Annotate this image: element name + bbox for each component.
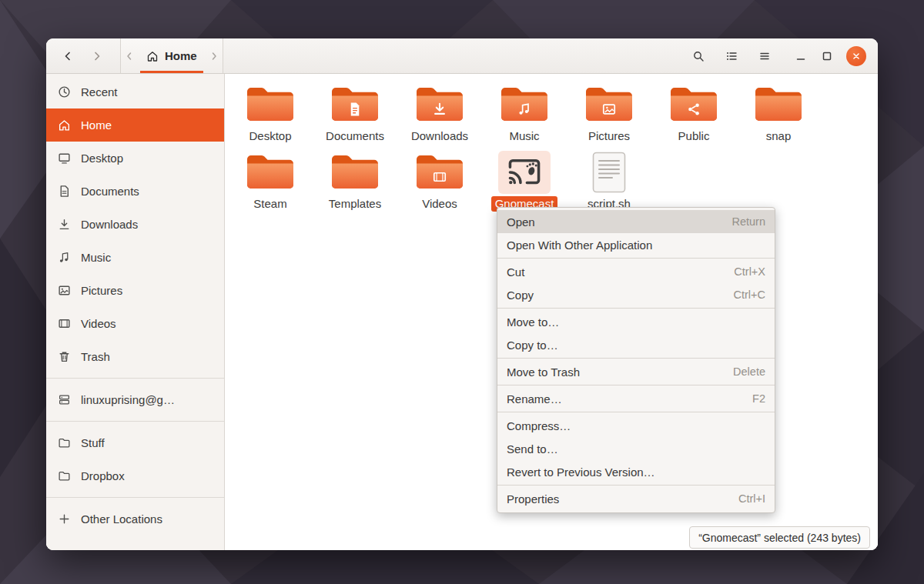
menu-separator xyxy=(497,308,775,309)
picture-emblem-icon xyxy=(601,101,618,117)
menu-item-copy[interactable]: CopyCtrl+C xyxy=(497,283,775,306)
clock-icon xyxy=(58,85,71,98)
folder-outline-icon xyxy=(58,469,71,482)
menu-item-label: Revert to Previous Version… xyxy=(507,466,655,479)
sidebar-item-label: Music xyxy=(81,251,111,264)
path-tab-home[interactable]: Home xyxy=(136,38,207,73)
path-scroll-right-icon[interactable] xyxy=(207,50,221,62)
file-item-documents[interactable]: Documents xyxy=(313,83,397,151)
forward-button[interactable] xyxy=(86,45,108,67)
maximize-button[interactable] xyxy=(820,49,833,62)
sidebar-item-home[interactable]: Home xyxy=(46,108,224,142)
music-emblem-icon xyxy=(517,101,533,117)
sidebar-item-label: Home xyxy=(81,118,112,132)
forward-chevron-icon xyxy=(91,50,103,62)
menu-item-send-to[interactable]: Send to… xyxy=(497,437,775,460)
menu-item-properties[interactable]: PropertiesCtrl+I xyxy=(497,487,775,510)
folder-icon xyxy=(413,83,466,126)
sidebar-item-linuxuprising-g[interactable]: linuxuprising@g… xyxy=(46,383,224,416)
file-item-desktop[interactable]: Desktop xyxy=(228,83,313,151)
file-item-steam[interactable]: Steam xyxy=(228,151,313,219)
menu-item-label: Copy to… xyxy=(507,339,558,352)
folder-icon xyxy=(583,83,635,126)
close-button[interactable] xyxy=(846,46,866,66)
close-icon xyxy=(851,51,862,62)
sidebar-item-stuff[interactable]: Stuff xyxy=(46,426,224,459)
menu-item-move-to[interactable]: Move to… xyxy=(497,310,775,333)
menu-item-label: Move to Trash xyxy=(507,365,580,379)
file-item-label: Documents xyxy=(322,128,388,144)
file-item-music[interactable]: Music xyxy=(482,83,567,151)
sidebar-item-label: Trash xyxy=(81,350,110,363)
sidebar-item-downloads[interactable]: Downloads xyxy=(46,208,224,241)
back-button[interactable] xyxy=(57,45,79,67)
menu-item-label: Cut xyxy=(507,265,524,279)
sidebar-item-label: Recent xyxy=(81,85,118,98)
file-item-downloads[interactable]: Downloads xyxy=(397,83,482,151)
home-icon xyxy=(146,50,159,62)
file-item-videos[interactable]: Videos xyxy=(397,151,482,219)
sidebar-item-recent[interactable]: Recent xyxy=(46,75,224,108)
sidebar-item-desktop[interactable]: Desktop xyxy=(46,142,224,175)
file-item-public[interactable]: Public xyxy=(651,83,736,151)
list-view-button[interactable] xyxy=(718,43,745,69)
sidebar-item-pictures[interactable]: Pictures xyxy=(46,274,224,307)
sidebar-item-documents[interactable]: Documents xyxy=(46,175,224,208)
menu-item-label: Copy xyxy=(507,289,534,302)
sidebar-item-trash[interactable]: Trash xyxy=(46,340,224,373)
sidebar-item-music[interactable]: Music xyxy=(46,241,224,274)
server-icon xyxy=(58,393,71,406)
file-grid: DesktopDocumentsDownloadsMusicPicturesPu… xyxy=(225,74,829,219)
menu-item-shortcut: Delete xyxy=(733,365,765,378)
folder-outline-icon xyxy=(58,436,71,449)
sidebar-item-other-locations[interactable]: Other Locations xyxy=(46,502,224,536)
document-icon xyxy=(58,185,71,198)
file-item-label: Music xyxy=(505,128,543,144)
menu-item-copy-to[interactable]: Copy to… xyxy=(497,333,775,356)
file-item-label: Public xyxy=(675,128,714,144)
menu-item-label: Move to… xyxy=(507,315,559,329)
menu-item-label: Open With Other Application xyxy=(507,239,652,252)
music-icon xyxy=(58,251,71,264)
file-item-pictures[interactable]: Pictures xyxy=(567,83,651,151)
video-icon xyxy=(58,317,71,330)
menu-item-cut[interactable]: CutCtrl+X xyxy=(497,260,775,283)
file-item-label: Pictures xyxy=(584,128,634,144)
menu-item-label: Open xyxy=(507,215,535,229)
sidebar-item-label: linuxuprising@g… xyxy=(81,393,175,406)
menu-item-shortcut: Return xyxy=(732,215,765,228)
menu-item-compress[interactable]: Compress… xyxy=(497,414,775,437)
sidebar-item-label: Stuff xyxy=(81,436,105,449)
menu-separator xyxy=(497,385,775,385)
menu-item-label: Send to… xyxy=(507,442,558,456)
maximize-icon xyxy=(821,50,833,62)
file-item-label: Steam xyxy=(249,196,290,212)
sidebar-item-label: Videos xyxy=(81,317,116,330)
menu-item-rename[interactable]: Rename…F2 xyxy=(497,387,775,410)
plus-icon xyxy=(58,512,71,526)
menu-item-label: Properties xyxy=(507,492,559,506)
file-manager-window: Home RecentHomeDesktopDocu xyxy=(46,38,878,550)
minimize-button[interactable] xyxy=(794,49,807,62)
file-item-templates[interactable]: Templates xyxy=(313,151,397,219)
menu-item-open[interactable]: OpenReturn xyxy=(497,210,775,233)
file-item-label: snap xyxy=(762,128,795,144)
file-item-snap[interactable]: snap xyxy=(736,83,821,151)
menu-item-open-with-other-application[interactable]: Open With Other Application xyxy=(497,233,775,256)
folder-icon xyxy=(498,83,551,126)
menu-separator xyxy=(497,258,775,259)
active-tab-underline xyxy=(140,71,203,73)
home-icon xyxy=(58,118,71,132)
sidebar-item-dropbox[interactable]: Dropbox xyxy=(46,459,224,492)
menu-button[interactable] xyxy=(752,43,778,69)
sidebar-item-videos[interactable]: Videos xyxy=(46,307,224,340)
video-emblem-icon xyxy=(432,169,448,185)
sidebar-item-label: Dropbox xyxy=(81,469,125,482)
search-button[interactable] xyxy=(685,43,711,69)
menu-item-move-to-trash[interactable]: Move to TrashDelete xyxy=(497,360,775,383)
path-scroll-left-icon[interactable] xyxy=(122,50,136,62)
menu-item-shortcut: Ctrl+C xyxy=(734,289,766,301)
menu-item-revert-to-previous-version[interactable]: Revert to Previous Version… xyxy=(497,460,775,483)
path-label: Home xyxy=(165,49,197,62)
search-icon xyxy=(692,50,705,62)
